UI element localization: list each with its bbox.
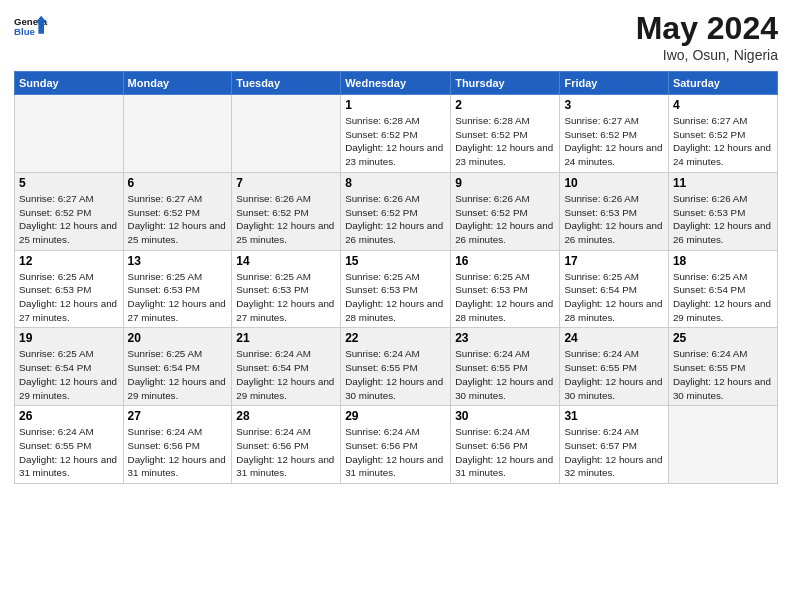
table-row: 29 Sunrise: 6:24 AM Sunset: 6:56 PM Dayl…	[341, 406, 451, 484]
table-row: 20 Sunrise: 6:25 AM Sunset: 6:54 PM Dayl…	[123, 328, 232, 406]
col-friday: Friday	[560, 72, 668, 95]
day-number: 5	[19, 176, 119, 190]
table-row: 9 Sunrise: 6:26 AM Sunset: 6:52 PM Dayli…	[451, 172, 560, 250]
day-info: Sunrise: 6:28 AM Sunset: 6:52 PM Dayligh…	[345, 114, 446, 169]
calendar-week-row: 19 Sunrise: 6:25 AM Sunset: 6:54 PM Dayl…	[15, 328, 778, 406]
table-row: 28 Sunrise: 6:24 AM Sunset: 6:56 PM Dayl…	[232, 406, 341, 484]
day-number: 13	[128, 254, 228, 268]
location: Iwo, Osun, Nigeria	[636, 47, 778, 63]
day-info: Sunrise: 6:25 AM Sunset: 6:53 PM Dayligh…	[19, 270, 119, 325]
table-row: 10 Sunrise: 6:26 AM Sunset: 6:53 PM Dayl…	[560, 172, 668, 250]
day-info: Sunrise: 6:25 AM Sunset: 6:53 PM Dayligh…	[128, 270, 228, 325]
table-row: 11 Sunrise: 6:26 AM Sunset: 6:53 PM Dayl…	[668, 172, 777, 250]
calendar-week-row: 5 Sunrise: 6:27 AM Sunset: 6:52 PM Dayli…	[15, 172, 778, 250]
day-number: 1	[345, 98, 446, 112]
table-row	[123, 95, 232, 173]
day-number: 15	[345, 254, 446, 268]
day-number: 8	[345, 176, 446, 190]
title-block: May 2024 Iwo, Osun, Nigeria	[636, 10, 778, 63]
table-row: 26 Sunrise: 6:24 AM Sunset: 6:55 PM Dayl…	[15, 406, 124, 484]
table-row: 27 Sunrise: 6:24 AM Sunset: 6:56 PM Dayl…	[123, 406, 232, 484]
col-sunday: Sunday	[15, 72, 124, 95]
table-row: 22 Sunrise: 6:24 AM Sunset: 6:55 PM Dayl…	[341, 328, 451, 406]
table-row: 24 Sunrise: 6:24 AM Sunset: 6:55 PM Dayl…	[560, 328, 668, 406]
day-number: 12	[19, 254, 119, 268]
day-info: Sunrise: 6:25 AM Sunset: 6:53 PM Dayligh…	[236, 270, 336, 325]
table-row: 2 Sunrise: 6:28 AM Sunset: 6:52 PM Dayli…	[451, 95, 560, 173]
table-row: 15 Sunrise: 6:25 AM Sunset: 6:53 PM Dayl…	[341, 250, 451, 328]
table-row: 21 Sunrise: 6:24 AM Sunset: 6:54 PM Dayl…	[232, 328, 341, 406]
day-info: Sunrise: 6:26 AM Sunset: 6:53 PM Dayligh…	[673, 192, 773, 247]
calendar-week-row: 12 Sunrise: 6:25 AM Sunset: 6:53 PM Dayl…	[15, 250, 778, 328]
day-info: Sunrise: 6:27 AM Sunset: 6:52 PM Dayligh…	[673, 114, 773, 169]
col-monday: Monday	[123, 72, 232, 95]
day-number: 22	[345, 331, 446, 345]
day-info: Sunrise: 6:24 AM Sunset: 6:54 PM Dayligh…	[236, 347, 336, 402]
day-number: 20	[128, 331, 228, 345]
day-info: Sunrise: 6:27 AM Sunset: 6:52 PM Dayligh…	[128, 192, 228, 247]
day-number: 7	[236, 176, 336, 190]
table-row: 18 Sunrise: 6:25 AM Sunset: 6:54 PM Dayl…	[668, 250, 777, 328]
table-row: 31 Sunrise: 6:24 AM Sunset: 6:57 PM Dayl…	[560, 406, 668, 484]
day-info: Sunrise: 6:25 AM Sunset: 6:53 PM Dayligh…	[455, 270, 555, 325]
day-info: Sunrise: 6:24 AM Sunset: 6:56 PM Dayligh…	[345, 425, 446, 480]
table-row: 6 Sunrise: 6:27 AM Sunset: 6:52 PM Dayli…	[123, 172, 232, 250]
table-row: 1 Sunrise: 6:28 AM Sunset: 6:52 PM Dayli…	[341, 95, 451, 173]
day-number: 30	[455, 409, 555, 423]
day-info: Sunrise: 6:24 AM Sunset: 6:56 PM Dayligh…	[455, 425, 555, 480]
day-number: 2	[455, 98, 555, 112]
day-number: 25	[673, 331, 773, 345]
page: General Blue May 2024 Iwo, Osun, Nigeria…	[0, 0, 792, 612]
table-row: 3 Sunrise: 6:27 AM Sunset: 6:52 PM Dayli…	[560, 95, 668, 173]
day-number: 16	[455, 254, 555, 268]
day-number: 26	[19, 409, 119, 423]
calendar-week-row: 1 Sunrise: 6:28 AM Sunset: 6:52 PM Dayli…	[15, 95, 778, 173]
day-info: Sunrise: 6:28 AM Sunset: 6:52 PM Dayligh…	[455, 114, 555, 169]
table-row: 8 Sunrise: 6:26 AM Sunset: 6:52 PM Dayli…	[341, 172, 451, 250]
month-year: May 2024	[636, 10, 778, 47]
table-row: 17 Sunrise: 6:25 AM Sunset: 6:54 PM Dayl…	[560, 250, 668, 328]
day-info: Sunrise: 6:24 AM Sunset: 6:56 PM Dayligh…	[236, 425, 336, 480]
day-info: Sunrise: 6:25 AM Sunset: 6:54 PM Dayligh…	[128, 347, 228, 402]
day-info: Sunrise: 6:25 AM Sunset: 6:54 PM Dayligh…	[673, 270, 773, 325]
day-info: Sunrise: 6:27 AM Sunset: 6:52 PM Dayligh…	[564, 114, 663, 169]
table-row: 4 Sunrise: 6:27 AM Sunset: 6:52 PM Dayli…	[668, 95, 777, 173]
day-info: Sunrise: 6:26 AM Sunset: 6:52 PM Dayligh…	[236, 192, 336, 247]
day-number: 21	[236, 331, 336, 345]
calendar-table: Sunday Monday Tuesday Wednesday Thursday…	[14, 71, 778, 484]
day-info: Sunrise: 6:27 AM Sunset: 6:52 PM Dayligh…	[19, 192, 119, 247]
table-row: 30 Sunrise: 6:24 AM Sunset: 6:56 PM Dayl…	[451, 406, 560, 484]
day-number: 6	[128, 176, 228, 190]
day-number: 19	[19, 331, 119, 345]
day-number: 14	[236, 254, 336, 268]
day-info: Sunrise: 6:24 AM Sunset: 6:55 PM Dayligh…	[673, 347, 773, 402]
day-number: 4	[673, 98, 773, 112]
col-saturday: Saturday	[668, 72, 777, 95]
header: General Blue May 2024 Iwo, Osun, Nigeria	[14, 10, 778, 63]
col-thursday: Thursday	[451, 72, 560, 95]
day-number: 3	[564, 98, 663, 112]
day-number: 29	[345, 409, 446, 423]
day-info: Sunrise: 6:24 AM Sunset: 6:55 PM Dayligh…	[19, 425, 119, 480]
day-info: Sunrise: 6:26 AM Sunset: 6:53 PM Dayligh…	[564, 192, 663, 247]
day-number: 23	[455, 331, 555, 345]
day-number: 17	[564, 254, 663, 268]
svg-text:Blue: Blue	[14, 26, 36, 37]
table-row: 16 Sunrise: 6:25 AM Sunset: 6:53 PM Dayl…	[451, 250, 560, 328]
table-row: 7 Sunrise: 6:26 AM Sunset: 6:52 PM Dayli…	[232, 172, 341, 250]
logo-svg: General Blue	[14, 10, 48, 44]
day-info: Sunrise: 6:24 AM Sunset: 6:55 PM Dayligh…	[345, 347, 446, 402]
col-tuesday: Tuesday	[232, 72, 341, 95]
logo: General Blue	[14, 10, 48, 44]
day-number: 24	[564, 331, 663, 345]
day-info: Sunrise: 6:25 AM Sunset: 6:53 PM Dayligh…	[345, 270, 446, 325]
day-info: Sunrise: 6:25 AM Sunset: 6:54 PM Dayligh…	[19, 347, 119, 402]
calendar-header-row: Sunday Monday Tuesday Wednesday Thursday…	[15, 72, 778, 95]
day-info: Sunrise: 6:24 AM Sunset: 6:55 PM Dayligh…	[455, 347, 555, 402]
table-row	[232, 95, 341, 173]
day-info: Sunrise: 6:24 AM Sunset: 6:57 PM Dayligh…	[564, 425, 663, 480]
day-info: Sunrise: 6:24 AM Sunset: 6:55 PM Dayligh…	[564, 347, 663, 402]
day-number: 9	[455, 176, 555, 190]
table-row	[668, 406, 777, 484]
day-info: Sunrise: 6:25 AM Sunset: 6:54 PM Dayligh…	[564, 270, 663, 325]
